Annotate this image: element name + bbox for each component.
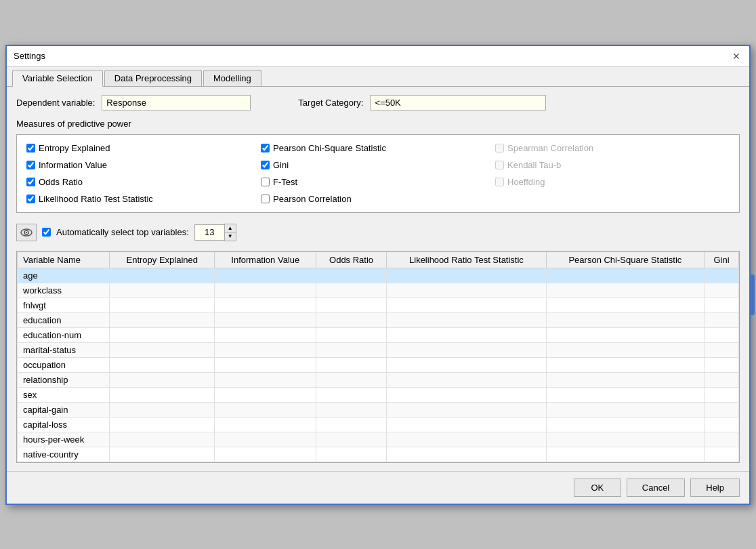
cell-value	[705, 372, 739, 387]
cell-value	[546, 372, 704, 387]
table-row[interactable]: education	[18, 312, 739, 327]
checkbox-likelihood[interactable]: Likelihood Ratio Test Statistic	[26, 192, 261, 205]
variable-table: Variable Name Entropy Explained Informat…	[17, 251, 739, 462]
checkbox-gini[interactable]: Gini	[261, 159, 495, 171]
checkbox-f-test-input[interactable]	[261, 178, 270, 186]
checkbox-kendall-input	[495, 161, 504, 169]
checkbox-f-test[interactable]: F-Test	[261, 176, 495, 188]
cell-value	[705, 432, 739, 447]
cell-value	[387, 283, 547, 298]
cell-value	[705, 298, 739, 312]
cell-value	[387, 402, 547, 417]
cell-value	[546, 402, 704, 417]
checkbox-entropy[interactable]: Entropy Explained	[26, 142, 261, 155]
eye-button[interactable]	[16, 224, 37, 241]
table-body: ageworkclassfnlwgteducationeducation-num…	[18, 268, 739, 462]
checkbox-odds-ratio-input[interactable]	[26, 178, 35, 186]
tab-content: Dependent variable: Target Category: Mea…	[7, 87, 749, 471]
col-header-pearson-chi: Pearson Chi-Square Statistic	[546, 251, 704, 268]
checkbox-pearson-chi-input[interactable]	[261, 144, 270, 152]
table-row[interactable]: occupation	[18, 357, 739, 372]
checkbox-kendall: Kendall Tau-b	[495, 159, 730, 171]
cell-variable-name: marital-status	[18, 342, 110, 357]
tab-modelling[interactable]: Modelling	[203, 70, 261, 86]
cell-value	[316, 432, 387, 447]
cell-value	[215, 372, 316, 387]
cell-value	[387, 447, 547, 462]
table-row[interactable]: capital-gain	[18, 402, 739, 417]
cell-value	[546, 298, 704, 312]
cell-value	[546, 387, 704, 402]
checkbox-pearson-chi[interactable]: Pearson Chi-Square Statistic	[261, 142, 495, 155]
dependent-variable-label: Dependent variable:	[16, 98, 95, 108]
col-header-likelihood: Likelihood Ratio Test Statistic	[387, 251, 547, 268]
cell-value	[387, 417, 547, 432]
cell-value	[705, 447, 739, 462]
cell-value	[215, 327, 316, 342]
table-row[interactable]: marital-status	[18, 342, 739, 357]
target-category-input[interactable]	[370, 95, 546, 110]
cell-value	[705, 312, 739, 327]
tab-data-preprocessing[interactable]: Data Preprocessing	[104, 70, 202, 86]
checkbox-likelihood-label: Likelihood Ratio Test Statistic	[39, 194, 153, 204]
table-row[interactable]: education-num	[18, 327, 739, 342]
title-bar: Settings ✕	[7, 46, 749, 67]
cell-variable-name: workclass	[18, 283, 110, 298]
tab-bar: Variable Selection Data Preprocessing Mo…	[7, 67, 749, 87]
table-row[interactable]: workclass	[18, 283, 739, 298]
table-row[interactable]: native-country	[18, 447, 739, 462]
measures-grid: Entropy Explained Pearson Chi-Square Sta…	[26, 142, 730, 205]
table-row[interactable]: relationship	[18, 372, 739, 387]
spinner-input[interactable]	[194, 224, 224, 241]
cell-value	[387, 372, 547, 387]
cell-value	[316, 298, 387, 312]
cancel-button[interactable]: Cancel	[627, 479, 685, 497]
table-row[interactable]: fnlwgt	[18, 298, 739, 312]
eye-icon	[20, 228, 33, 237]
cell-value	[705, 342, 739, 357]
spinner-down-button[interactable]: ▼	[225, 232, 236, 241]
table-row[interactable]: capital-loss	[18, 417, 739, 432]
cell-variable-name: age	[18, 268, 110, 283]
table-row[interactable]: age	[18, 268, 739, 283]
bottom-buttons: OK Cancel Help	[7, 471, 749, 504]
table-row[interactable]: sex	[18, 387, 739, 402]
cell-value	[316, 447, 387, 462]
ok-button[interactable]: OK	[574, 479, 621, 497]
col-header-entropy: Entropy Explained	[110, 251, 215, 268]
checkbox-info-value-input[interactable]	[26, 161, 35, 169]
dependent-variable-input[interactable]	[102, 95, 251, 110]
cell-value	[546, 357, 704, 372]
cell-value	[387, 298, 547, 312]
cell-value	[316, 312, 387, 327]
checkbox-hoeffding: Hoeffding	[495, 176, 730, 188]
cell-value	[705, 327, 739, 342]
tab-variable-selection[interactable]: Variable Selection	[12, 70, 103, 87]
spinner-up-button[interactable]: ▲	[225, 224, 236, 232]
cell-value	[110, 357, 215, 372]
checkbox-odds-ratio[interactable]: Odds Ratio	[26, 176, 261, 188]
checkbox-entropy-input[interactable]	[26, 144, 35, 152]
checkbox-gini-input[interactable]	[261, 161, 270, 169]
spinner-container: ▲ ▼	[194, 224, 236, 241]
cell-value	[546, 432, 704, 447]
auto-select-checkbox[interactable]	[42, 228, 51, 237]
cell-variable-name: fnlwgt	[18, 298, 110, 312]
cell-value	[110, 312, 215, 327]
checkbox-likelihood-input[interactable]	[26, 195, 35, 203]
checkbox-pearson-corr[interactable]: Pearson Correlation	[261, 192, 495, 205]
checkbox-info-value[interactable]: Information Value	[26, 159, 261, 171]
checkbox-kendall-label: Kendall Tau-b	[507, 160, 561, 170]
table-row[interactable]: hours-per-week	[18, 432, 739, 447]
cell-value	[705, 283, 739, 298]
help-button[interactable]: Help	[690, 479, 740, 497]
cell-value	[387, 432, 547, 447]
cell-variable-name: relationship	[18, 372, 110, 387]
close-button[interactable]: ✕	[730, 50, 742, 62]
checkbox-pearson-corr-input[interactable]	[261, 195, 270, 203]
cell-value	[215, 387, 316, 402]
auto-select-label: Automatically select top variables:	[56, 227, 189, 237]
cell-value	[215, 312, 316, 327]
cell-value	[215, 432, 316, 447]
cell-value	[705, 357, 739, 372]
